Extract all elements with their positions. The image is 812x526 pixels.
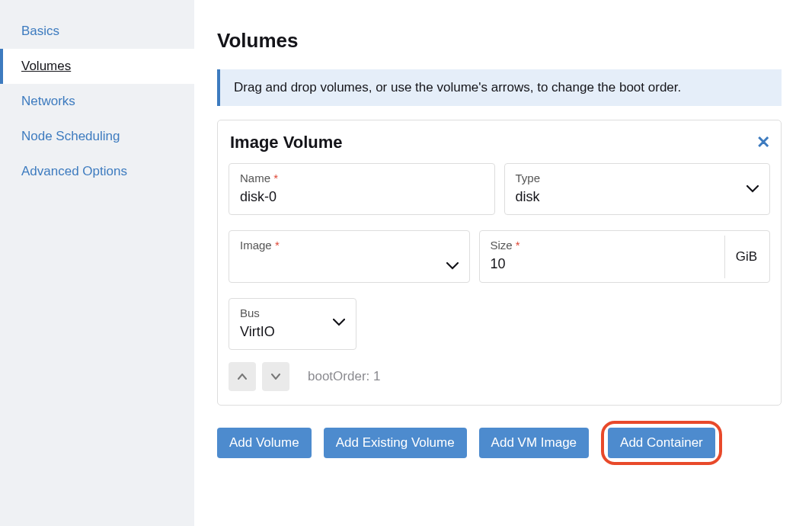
field-label: Size * xyxy=(491,239,709,252)
field-value xyxy=(240,256,459,273)
add-existing-volume-button[interactable]: Add Existing Volume xyxy=(324,428,467,458)
sidebar-item-label: Advanced Options xyxy=(21,164,127,178)
type-field[interactable]: Type disk xyxy=(504,163,771,215)
name-field[interactable]: Name * disk-0 xyxy=(229,163,495,215)
sidebar-item-networks[interactable]: Networks xyxy=(0,84,194,119)
sidebar-item-node-scheduling[interactable]: Node Scheduling xyxy=(0,119,194,154)
field-value: disk-0 xyxy=(240,189,484,205)
sidebar-item-label: Volumes xyxy=(21,59,71,73)
volume-card-title: Image Volume xyxy=(229,133,770,152)
sidebar-item-advanced-options[interactable]: Advanced Options xyxy=(0,154,194,189)
boot-order-down-button[interactable] xyxy=(262,362,289,391)
field-value: VirtIO xyxy=(240,324,345,340)
page-title: Volumes xyxy=(217,29,782,53)
field-label: Image * xyxy=(240,239,459,252)
size-unit: GiB xyxy=(724,236,757,278)
sidebar-item-label: Basics xyxy=(21,24,59,38)
volume-card: Image Volume ✕ Name * disk-0 Type disk xyxy=(217,120,782,406)
field-label: Name * xyxy=(240,172,484,184)
info-banner: Drag and drop volumes, or use the volume… xyxy=(217,69,782,106)
close-icon[interactable]: ✕ xyxy=(756,134,770,151)
main-content: Volumes Drag and drop volumes, or use th… xyxy=(194,0,812,526)
sidebar: Basics Volumes Networks Node Scheduling … xyxy=(0,0,194,526)
boot-order-up-button[interactable] xyxy=(229,362,256,391)
field-label: Bus xyxy=(240,306,345,319)
add-volume-button[interactable]: Add Volume xyxy=(217,428,312,458)
sidebar-item-volumes[interactable]: Volumes xyxy=(0,49,194,84)
field-value: 10 xyxy=(491,256,709,272)
chevron-down-icon xyxy=(446,259,459,273)
add-container-button[interactable]: Add Container xyxy=(608,428,715,458)
field-value: disk xyxy=(516,189,759,205)
sidebar-item-basics[interactable]: Basics xyxy=(0,14,194,49)
image-field[interactable]: Image * xyxy=(229,230,470,283)
boot-order-label: bootOrder: 1 xyxy=(308,369,380,384)
size-field[interactable]: Size * 10 GiB xyxy=(479,230,771,283)
bus-field[interactable]: Bus VirtIO xyxy=(229,298,356,350)
field-label: Type xyxy=(516,172,759,184)
highlight-annotation: Add Container xyxy=(601,421,722,465)
sidebar-item-label: Networks xyxy=(21,94,75,108)
chevron-down-icon xyxy=(333,316,345,329)
chevron-down-icon xyxy=(746,182,759,196)
add-vm-image-button[interactable]: Add VM Image xyxy=(479,428,589,458)
sidebar-item-label: Node Scheduling xyxy=(21,129,120,143)
